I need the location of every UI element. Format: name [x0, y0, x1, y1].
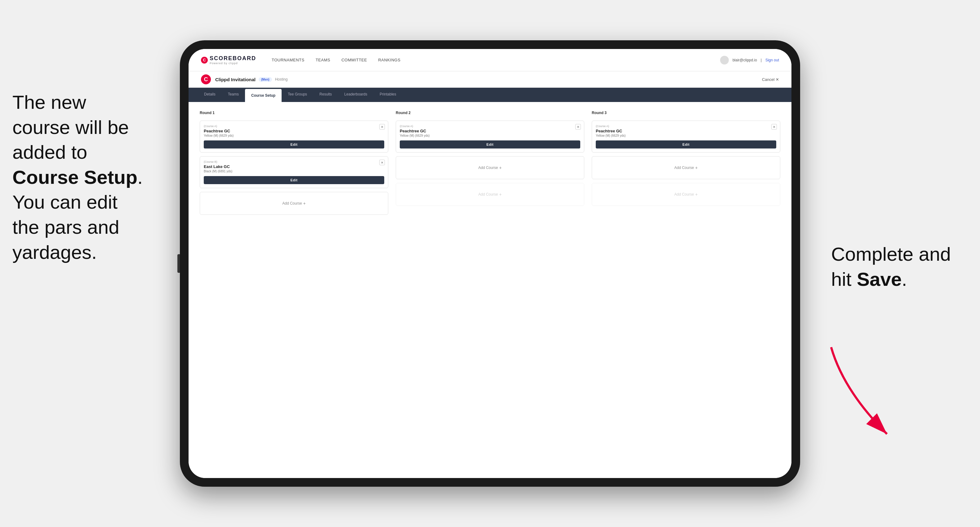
tablet-frame: C SCOREBOARD Powered by clippd TOURNAMEN…	[180, 40, 800, 487]
round-2-title: Round 2	[396, 111, 584, 115]
tab-printables[interactable]: Printables	[373, 88, 402, 102]
logo-title: SCOREBOARD	[210, 55, 256, 62]
sign-out-link[interactable]: Sign out	[765, 58, 779, 62]
logo-c: C	[201, 57, 208, 63]
nav-user: blair@clippd.io | Sign out	[720, 56, 779, 65]
arrow-right-icon	[813, 341, 918, 440]
round-1-add-course-button[interactable]: Add Course +	[200, 192, 388, 215]
round-1-course-b-edit-button[interactable]: Edit	[204, 176, 384, 184]
tab-details[interactable]: Details	[198, 88, 222, 102]
round-2-course-a-name: Peachtree GC	[400, 129, 580, 133]
main-content: Round 1 ✕ (Course A) Peachtree GC Yellow…	[189, 102, 791, 478]
tournament-status: Hosting	[275, 77, 288, 81]
round-1-course-b-delete-icon[interactable]: ✕	[379, 160, 385, 165]
top-navbar: C SCOREBOARD Powered by clippd TOURNAMEN…	[189, 49, 791, 71]
nav-teams[interactable]: TEAMS	[316, 58, 330, 62]
cancel-button[interactable]: Cancel ✕	[762, 77, 779, 82]
app-content: C SCOREBOARD Powered by clippd TOURNAMEN…	[189, 49, 791, 478]
round-2-add-course-disabled: Add Course +	[396, 183, 584, 206]
tournament-bar: C Clippd Invitational (Men) Hosting Canc…	[189, 71, 791, 88]
round-3-course-a-edit-button[interactable]: Edit	[596, 140, 776, 149]
round-3-title: Round 3	[592, 111, 780, 115]
logo-sub: Powered by clippd	[210, 62, 256, 65]
round-1-course-b-name: East Lake GC	[204, 164, 384, 169]
round-1-course-a-delete-icon[interactable]: ✕	[379, 124, 385, 130]
round-2-add-course-button[interactable]: Add Course +	[396, 156, 584, 179]
round-3-add-course-button[interactable]: Add Course +	[592, 156, 780, 179]
tournament-name: Clippd Invitational	[215, 77, 256, 82]
round-2-col: Round 2 ✕ (Course A) Peachtree GC Yellow…	[396, 111, 584, 215]
round-3-course-a-details: Yellow (M) (6629 yds)	[596, 134, 776, 137]
round-3-course-a-card: ✕ (Course A) Peachtree GC Yellow (M) (66…	[592, 121, 780, 152]
round-2-course-a-card: ✕ (Course A) Peachtree GC Yellow (M) (66…	[396, 121, 584, 152]
round-1-title: Round 1	[200, 111, 388, 115]
tournament-gender-badge: (Men)	[259, 77, 272, 82]
nav-links: TOURNAMENTS TEAMS COMMITTEE RANKINGS	[272, 58, 720, 62]
round-1-course-a-card: ✕ (Course A) Peachtree GC Yellow (M) (66…	[200, 121, 388, 152]
round-2-course-a-label: (Course A)	[400, 125, 580, 128]
round-1-course-a-name: Peachtree GC	[204, 129, 384, 133]
nav-rankings[interactable]: RANKINGS	[378, 58, 400, 62]
round-1-course-b-card: ✕ (Course B) East Lake GC Black (M) (689…	[200, 156, 388, 188]
nav-committee[interactable]: COMMITTEE	[342, 58, 367, 62]
user-email: blair@clippd.io	[732, 58, 757, 62]
round-1-course-a-details: Yellow (M) (6629 yds)	[204, 134, 384, 137]
tablet-side-button	[177, 254, 180, 273]
round-1-course-b-details: Black (M) (6891 yds)	[204, 170, 384, 173]
round-2-course-a-edit-button[interactable]: Edit	[400, 140, 580, 149]
tab-results[interactable]: Results	[313, 88, 338, 102]
tab-course-setup[interactable]: Course Setup	[245, 89, 282, 102]
round-3-add-course-disabled: Add Course +	[592, 183, 780, 206]
nav-tournaments[interactable]: TOURNAMENTS	[272, 58, 305, 62]
tournament-logo: C	[201, 75, 211, 84]
tabs-bar: Details Teams Course Setup Tee Groups Re…	[189, 88, 791, 102]
round-1-course-a-label: (Course A)	[204, 125, 384, 128]
round-3-course-a-name: Peachtree GC	[596, 129, 776, 133]
round-2-course-a-delete-icon[interactable]: ✕	[575, 124, 581, 130]
round-1-course-b-label: (Course B)	[204, 160, 384, 163]
tab-tee-groups[interactable]: Tee Groups	[282, 88, 313, 102]
tab-teams[interactable]: Teams	[222, 88, 245, 102]
round-2-course-a-details: Yellow (M) (6629 yds)	[400, 134, 580, 137]
rounds-grid: Round 1 ✕ (Course A) Peachtree GC Yellow…	[200, 111, 780, 215]
round-3-course-a-label: (Course A)	[596, 125, 776, 128]
user-avatar	[720, 56, 729, 65]
nav-logo: C SCOREBOARD Powered by clippd	[201, 55, 256, 65]
annotation-right: Complete and hit Save.	[831, 242, 961, 292]
tab-leaderboards[interactable]: Leaderboards	[338, 88, 373, 102]
tablet-screen: C SCOREBOARD Powered by clippd TOURNAMEN…	[189, 49, 791, 478]
round-3-course-a-delete-icon[interactable]: ✕	[771, 124, 777, 130]
round-1-col: Round 1 ✕ (Course A) Peachtree GC Yellow…	[200, 111, 388, 215]
round-1-course-a-edit-button[interactable]: Edit	[204, 140, 384, 149]
round-3-col: Round 3 ✕ (Course A) Peachtree GC Yellow…	[592, 111, 780, 215]
